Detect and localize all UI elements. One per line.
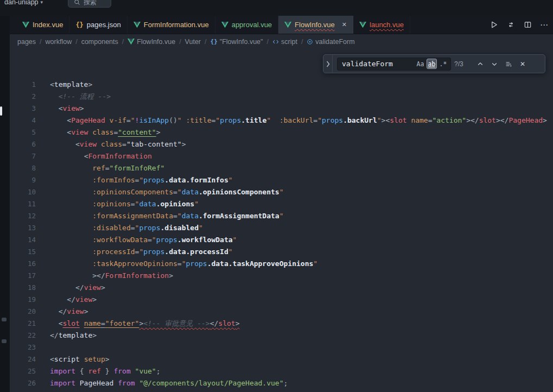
code-token: = [177, 260, 182, 268]
more-actions-button[interactable]: ⋯ [538, 19, 550, 31]
code-token [50, 319, 59, 327]
breadcrumb-item-Vuter[interactable]: Vuter [185, 38, 201, 46]
breadcrumb-item-FlowInfo.vue[interactable]: {}"FlowInfo.vue" [211, 38, 263, 46]
toggle-replace-button[interactable] [323, 55, 333, 73]
line-number[interactable]: 20 [10, 306, 36, 318]
code-token [80, 319, 84, 327]
find-in-selection-button[interactable] [503, 59, 514, 69]
ellipsis-icon: ⋯ [540, 20, 549, 30]
command-center-search[interactable]: 搜索 [68, 0, 111, 8]
split-editor-button[interactable] [522, 19, 533, 31]
line-number[interactable]: 11 [10, 198, 36, 210]
line-number[interactable]: 5 [10, 127, 36, 138]
code-token: class [92, 128, 113, 136]
line-number[interactable]: 3 [10, 103, 36, 115]
breadcrumb-separator: / [179, 38, 181, 46]
code-token: :backUrl [279, 116, 314, 124]
tab-label: pages.json [87, 21, 121, 29]
tab-pages.json[interactable]: {}pages.json [69, 16, 127, 34]
breadcrumb-label: script [281, 38, 297, 46]
line-number[interactable]: 1 [10, 79, 36, 91]
breadcrumb-item-script[interactable]: script [272, 38, 297, 46]
vue-icon [134, 22, 141, 28]
code-token: = [148, 236, 152, 244]
code-token [50, 128, 67, 136]
tab-launch.vue[interactable]: launch.vue [353, 16, 410, 34]
line-number[interactable]: 6 [10, 138, 36, 150]
breadcrumb-item-pages[interactable]: pages [17, 38, 36, 46]
tab-bar: Index.vue{}pages.jsonFormInformation.vue… [10, 16, 553, 34]
code-token: ></ [466, 116, 479, 124]
tab-label: launch.vue [370, 21, 404, 29]
find-input[interactable]: validateForm Aa ab .* [337, 58, 451, 71]
next-match-button[interactable] [489, 59, 500, 69]
match-case-button[interactable]: Aa [415, 59, 425, 69]
line-number[interactable]: 17 [10, 270, 36, 282]
workspace-menu[interactable]: dan-uniapp ▾ [4, 0, 43, 6]
code-token [50, 104, 59, 112]
vue-icon [128, 39, 135, 45]
line-number[interactable]: 26 [10, 377, 36, 389]
breadcrumb-item-FlowInfo.vue[interactable]: FlowInfo.vue [128, 38, 175, 46]
code-token: view [62, 104, 79, 112]
code-line: 6 <view class="tab-content"> [10, 138, 553, 150]
code-token: props [139, 224, 160, 232]
breadcrumb-separator: / [267, 38, 269, 46]
line-number[interactable]: 12 [10, 210, 36, 222]
code-token [50, 116, 67, 124]
tab-approval.vue[interactable]: approval.vue [215, 16, 278, 34]
line-number[interactable]: 14 [10, 234, 36, 246]
code-token [50, 271, 92, 280]
code-token: FormInformation [88, 152, 151, 160]
run-button[interactable] [488, 19, 500, 31]
tab-label: Index.vue [33, 21, 63, 29]
code-token [50, 260, 92, 268]
breadcrumb-item-components[interactable]: components [81, 38, 118, 46]
line-number[interactable]: 8 [10, 162, 36, 174]
code-token: >< [382, 116, 390, 124]
close-tab-icon[interactable]: ✕ [342, 21, 347, 28]
tab-FlowInfo.vue[interactable]: FlowInfo.vue✕ [278, 16, 353, 34]
code-token: > [92, 331, 97, 339]
line-text: import { ref } from "vue"; [50, 365, 161, 377]
editor[interactable]: validateForm Aa ab .* ?/3 [10, 49, 553, 392]
code-token: " [152, 236, 156, 244]
line-number[interactable]: 15 [10, 246, 36, 258]
line-text: <script setup> [50, 353, 110, 365]
line-number[interactable]: 4 [10, 115, 36, 127]
vscode-window: dan-uniapp ▾ 搜索 Index.vue{}pages.jsonFor… [0, 0, 553, 392]
tab-Index.vue[interactable]: Index.vue [16, 16, 69, 34]
line-number[interactable]: 13 [10, 222, 36, 234]
activity-bar[interactable] [0, 16, 10, 392]
breadcrumb-label: pages [17, 38, 36, 46]
code-token [80, 355, 84, 363]
previous-match-button[interactable] [475, 59, 486, 69]
line-number[interactable]: 23 [10, 342, 36, 353]
code-token: script [54, 355, 80, 363]
line-number[interactable]: 10 [10, 186, 36, 198]
line-number[interactable]: 18 [10, 282, 36, 294]
open-changes-button[interactable] [505, 19, 517, 31]
line-number[interactable]: 9 [10, 174, 36, 186]
line-number[interactable]: 22 [10, 330, 36, 342]
activity-mark [2, 339, 7, 343]
code-token: = [101, 319, 105, 327]
tab-FormInformation.vue[interactable]: FormInformation.vue [128, 16, 215, 34]
line-number[interactable]: 16 [10, 258, 36, 270]
code-token: props [143, 248, 164, 256]
code-area[interactable]: 1<template>2 <!-- 流程 -->3 <view>4 <PageH… [10, 49, 553, 389]
line-number[interactable]: 25 [10, 365, 36, 377]
line-text: <view class="tab-content"> [50, 138, 186, 150]
code-token [131, 367, 135, 375]
breadcrumb-item-workflow[interactable]: workflow [46, 38, 72, 46]
breadcrumb-item-validateForm[interactable]: validateForm [307, 38, 354, 46]
line-number[interactable]: 19 [10, 294, 36, 306]
line-number[interactable]: 21 [10, 318, 36, 330]
line-number[interactable]: 7 [10, 150, 36, 162]
close-find-button[interactable]: ✕ [517, 59, 528, 69]
line-text: :opinionsComponents="data.opinionsCompon… [50, 186, 284, 198]
whole-word-button[interactable]: ab [427, 59, 437, 69]
line-number[interactable]: 2 [10, 91, 36, 103]
regex-button[interactable]: .* [438, 59, 448, 69]
line-number[interactable]: 24 [10, 353, 36, 365]
